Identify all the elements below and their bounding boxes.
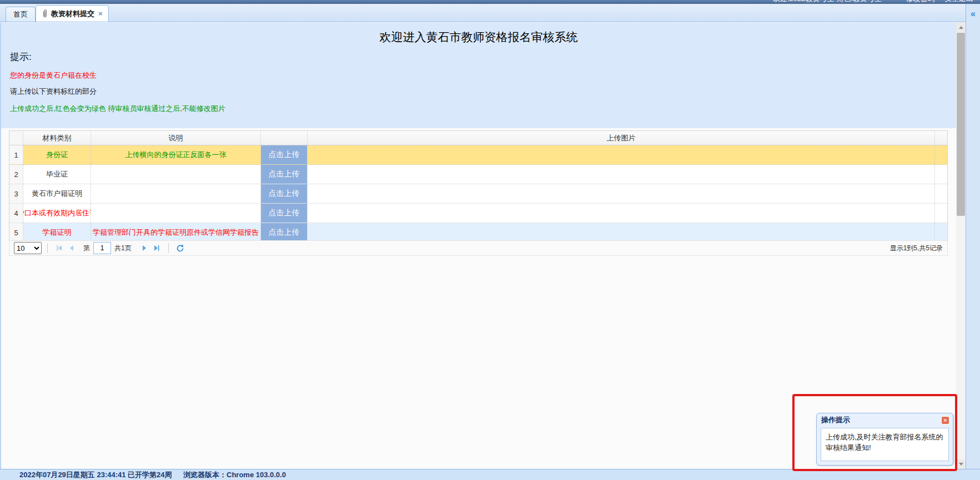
popup-title: 操作提示 (821, 416, 850, 424)
page-prefix-label: 第 (83, 244, 90, 253)
upload-button[interactable]: 点击上传 (261, 204, 307, 223)
header-description: 说明 (91, 131, 261, 145)
arrow-down-icon (959, 463, 963, 466)
page-number-input[interactable] (93, 242, 111, 254)
content-panel: 欢迎进入黄石市教师资格报名审核系统 提示: 您的身份是黄石户籍在校生 请上传以下… (0, 23, 956, 469)
row-index: 1 (9, 145, 23, 164)
upload-cell: 点击上传 (261, 204, 308, 223)
scroll-down-button[interactable] (956, 459, 966, 469)
hint-area: 欢迎进入黄石市教师资格报名审核系统 提示: 您的身份是黄石户籍在校生 请上传以下… (1, 23, 956, 128)
prev-page-button[interactable] (66, 242, 78, 254)
table-row[interactable]: 4户口本或有效期内居住证点击上传 (9, 204, 947, 223)
header-upload (261, 131, 308, 145)
row-category: 毕业证 (23, 165, 91, 184)
arrow-up-icon (959, 26, 963, 29)
status-datetime: 2022年07月29日星期五 23:44:41 已开学第24周 (19, 469, 172, 480)
pager-summary: 显示1到5,共5记录 (890, 244, 943, 253)
tab-close-icon[interactable]: × (98, 9, 103, 18)
collapse-panel: « (966, 4, 980, 469)
row-category: 身份证 (23, 145, 91, 164)
table-row[interactable]: 3黄石市户籍证明点击上传 (9, 184, 947, 204)
next-page-icon (140, 244, 148, 252)
table-header-row: 材料类别 说明 上传图片 (9, 131, 947, 145)
topbar-user-area: 欢迎:2022教资考生 角色:教资考生 修改密码 安全退出 (773, 0, 973, 3)
tab-materials-label: 教资材料提交 (51, 9, 94, 19)
row-index: 3 (9, 184, 23, 203)
next-page-button[interactable] (138, 242, 150, 254)
table-row[interactable]: 5学籍证明学籍管理部门开具的学籍证明原件或学信网学籍报告点击上传 (9, 223, 947, 242)
refresh-button[interactable] (174, 242, 187, 254)
filler-cell (935, 165, 947, 184)
header-filler (935, 131, 947, 145)
header-image: 上传图片 (308, 131, 935, 145)
first-page-icon (56, 244, 63, 252)
filler-cell (935, 223, 947, 242)
row-description: 上传横向的身份证正反面各一张 (91, 145, 261, 164)
scroll-up-button[interactable] (956, 23, 966, 32)
scrollbar-thumb[interactable] (957, 33, 965, 216)
upload-button[interactable]: 点击上传 (261, 145, 307, 164)
message-popup: 操作提示 ✕ 上传成功,及时关注教育部报名系统的审核结果通知! (816, 413, 953, 466)
row-description: 学籍管理部门开具的学籍证明原件或学信网学籍报告 (91, 223, 261, 242)
row-description (91, 204, 261, 223)
first-page-button[interactable] (53, 242, 66, 254)
row-index: 4 (9, 204, 23, 223)
uploaded-image-cell (308, 145, 935, 164)
tab-bar: 首页 教资材料提交 × (0, 4, 966, 22)
upload-cell: 点击上传 (261, 145, 308, 164)
upload-hint: 请上传以下资料标红的部分 (10, 87, 97, 97)
row-category: 学籍证明 (23, 223, 91, 242)
pager-divider (168, 243, 169, 253)
pager-divider (47, 243, 48, 253)
vertical-scrollbar (956, 23, 966, 469)
uploaded-image-cell (308, 204, 935, 223)
uploaded-image-cell (308, 223, 935, 242)
upload-button[interactable]: 点击上传 (261, 223, 307, 242)
tab-home-label: 首页 (13, 10, 28, 18)
paperclip-icon (42, 9, 48, 18)
upload-button[interactable]: 点击上传 (261, 184, 307, 203)
page-count-label: 共1页 (114, 244, 132, 253)
row-category: 户口本或有效期内居住证 (23, 204, 91, 223)
popup-header: 操作提示 ✕ (817, 413, 953, 427)
upload-cell: 点击上传 (261, 184, 308, 203)
row-index: 2 (9, 165, 23, 184)
uploaded-image-cell (308, 184, 935, 203)
upload-cell: 点击上传 (261, 165, 308, 184)
materials-table: 材料类别 说明 上传图片 1身份证上传横向的身份证正反面各一张点击上传2毕业证点… (9, 130, 948, 242)
hint-label: 提示: (10, 50, 32, 63)
filler-cell (935, 145, 947, 164)
welcome-text: 欢迎:2022教资考生 角色:教资考生 (773, 0, 882, 3)
status-browser-version: 浏览器版本：Chrome 103.0.0.0 (183, 469, 286, 480)
header-category: 材料类别 (23, 131, 91, 145)
row-description (91, 165, 261, 184)
logout-link[interactable]: 安全退出 (944, 0, 973, 3)
filler-cell (935, 204, 947, 223)
row-description (91, 184, 261, 203)
row-index: 5 (9, 223, 23, 242)
filler-cell (935, 184, 947, 203)
upload-button[interactable]: 点击上传 (261, 165, 307, 184)
uploaded-image-cell (308, 165, 935, 184)
popup-close-button[interactable]: ✕ (941, 416, 949, 425)
page-size-select[interactable]: 10 (14, 242, 42, 254)
prev-page-icon (68, 244, 76, 252)
status-bar: 2022年07月29日星期五 23:44:41 已开学第24周 浏览器版本：Ch… (0, 469, 980, 480)
refresh-icon (176, 244, 184, 252)
identity-hint: 您的身份是黄石户籍在校生 (10, 70, 97, 80)
tab-materials[interactable]: 教资材料提交 × (36, 5, 109, 22)
page-title: 欢迎进入黄石市教师资格报名审核系统 (1, 29, 956, 45)
table-row[interactable]: 1身份证上传横向的身份证正反面各一张点击上传 (9, 145, 947, 165)
collapse-button[interactable]: « (968, 9, 978, 19)
success-hint: 上传成功之后,红色会变为绿色 待审核员审核通过之后,不能修改图片 (10, 104, 225, 114)
change-password-link[interactable]: 修改密码 (906, 0, 934, 3)
table-row[interactable]: 2毕业证点击上传 (9, 165, 947, 184)
upload-cell: 点击上传 (261, 223, 308, 242)
popup-message: 上传成功,及时关注教育部报名系统的审核结果通知! (821, 428, 949, 461)
last-page-button[interactable] (150, 242, 163, 254)
row-category: 黄石市户籍证明 (23, 184, 91, 203)
header-index (9, 131, 23, 145)
tab-home[interactable]: 首页 (6, 7, 36, 22)
table-body: 1身份证上传横向的身份证正反面各一张点击上传2毕业证点击上传3黄石市户籍证明点击… (9, 145, 947, 242)
app-window: 欢迎:2022教资考生 角色:教资考生 修改密码 安全退出 首页 教资材料提交 … (0, 0, 980, 480)
